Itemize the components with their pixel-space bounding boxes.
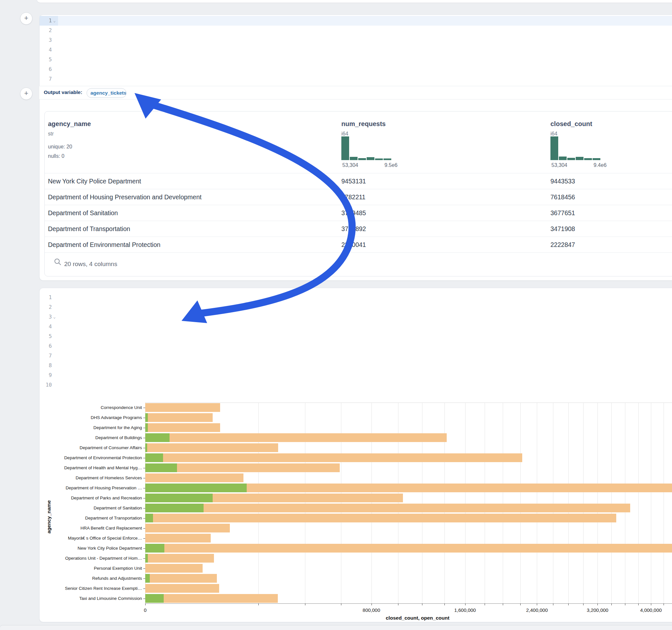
line-number: 3 [40, 35, 58, 45]
column-histogram [550, 137, 600, 160]
histogram-bar [576, 157, 583, 160]
dataframe-preview: agency_namestrunique: 20nulls: 0num_requ… [44, 111, 672, 276]
code-line[interactable]: 7 [40, 74, 672, 84]
cell-num-requests: 7782211 [341, 189, 365, 205]
cell-agency-name: Department of Environmental Protection [48, 237, 161, 253]
row-column-count: 20 rows, 4 columns [64, 261, 117, 268]
output-variable-pill[interactable]: agency_tickets [87, 88, 126, 98]
histogram-bar [567, 158, 575, 160]
histogram-bar [593, 158, 600, 160]
histogram-bar [584, 158, 592, 160]
code-line[interactable]: 6 [40, 341, 672, 351]
column-type: i64 [341, 131, 348, 137]
cell-closed-count: 2222847 [550, 237, 575, 253]
line-number: 8 [40, 361, 58, 370]
table-row[interactable]: Department of Transportation377489234719… [45, 221, 672, 237]
line-number: 4 [40, 45, 58, 55]
column-type: i64 [550, 131, 557, 137]
code-line[interactable]: 7 [40, 351, 672, 361]
fold-chevron-icon[interactable]: ⌄ [52, 16, 57, 26]
code-line[interactable]: 2 [40, 26, 672, 35]
table-row[interactable]: Department of Housing Preservation and D… [45, 189, 672, 205]
histogram-max-label: 9.5e6 [384, 162, 398, 168]
code-line[interactable]: 9 [40, 370, 672, 380]
column-header[interactable]: closed_count [550, 120, 592, 128]
cell-closed-count: 3471908 [550, 221, 575, 237]
previous-cell-bottom-edge [37, 0, 672, 3]
code-line[interactable]: 1⌄ [40, 16, 672, 26]
histogram-bar [383, 159, 391, 160]
line-number: 4 [40, 322, 58, 332]
histogram-min-label: 53,304 [551, 162, 567, 168]
code-line[interactable]: 5 [40, 55, 672, 65]
dataframe-footer: 20 rows, 4 columns [45, 252, 672, 276]
next-cell-top-edge [0, 626, 672, 630]
cell-num-requests: 3749485 [341, 205, 366, 221]
histogram-bar [559, 156, 567, 160]
search-icon[interactable] [54, 258, 62, 266]
histogram-max-label: 9.4e6 [594, 162, 606, 168]
line-number: 7 [40, 351, 58, 361]
sql-code-editor[interactable]: 1⌄234567 [40, 16, 672, 84]
column-header[interactable]: num_requests [341, 120, 386, 128]
cell-agency-name: Department of Housing Preservation and D… [48, 189, 201, 205]
histogram-bar [341, 137, 349, 160]
histogram-bar [550, 137, 558, 160]
column-stat: nulls: 0 [48, 153, 65, 159]
line-number: 3⌄ [40, 312, 58, 322]
line-number: 9 [40, 370, 58, 380]
python-cell-card: 123⌄45678910 [39, 288, 672, 622]
cell-num-requests: 9453131 [341, 173, 366, 189]
code-line[interactable]: 4 [40, 322, 672, 332]
add-cell-button-top[interactable]: + [20, 12, 32, 25]
line-number: 6 [40, 341, 58, 351]
cell-agency-name: Department of Sanitation [48, 205, 118, 221]
code-line[interactable]: 1 [40, 293, 672, 302]
table-row[interactable]: Department of Environmental Protection22… [45, 237, 672, 252]
code-line[interactable]: 3⌄ [40, 312, 672, 322]
cell-num-requests: 3774892 [341, 221, 366, 237]
cell-agency-name: New York City Police Department [48, 173, 141, 189]
line-number: 7 [40, 74, 58, 84]
histogram-bar [358, 158, 366, 160]
column-histogram [341, 137, 391, 160]
code-line[interactable]: 2 [40, 302, 672, 312]
line-number: 1⌄ [40, 16, 58, 26]
cell-closed-count: 3677651 [550, 205, 575, 221]
cell-agency-name: Department of Transportation [48, 221, 130, 237]
code-line[interactable]: 10 [40, 380, 672, 390]
code-line[interactable]: 3 [40, 35, 672, 45]
line-number: 6 [40, 65, 58, 74]
column-stat: unique: 20 [48, 144, 72, 150]
output-variable-label: Output variable: [44, 90, 82, 95]
line-number: 10 [40, 380, 58, 390]
table-row[interactable]: Department of Sanitation37494853677651 [45, 205, 672, 221]
line-number: 5 [40, 55, 58, 65]
histogram-min-label: 53,304 [342, 162, 358, 168]
python-code-editor[interactable]: 123⌄45678910 [40, 293, 672, 390]
code-line[interactable]: 5 [40, 332, 672, 341]
table-row[interactable]: New York City Police Department945313194… [45, 173, 672, 189]
histogram-bar [375, 159, 383, 160]
column-type: str [48, 131, 54, 137]
histogram-bar [367, 157, 375, 160]
cell-closed-count: 7618456 [550, 189, 575, 205]
code-line[interactable]: 6 [40, 65, 672, 74]
cell-num-requests: 2240041 [341, 237, 366, 253]
cell-closed-count: 9443533 [550, 173, 575, 189]
histogram-bar [350, 157, 358, 160]
fold-chevron-icon[interactable]: ⌄ [52, 312, 57, 322]
line-number: 5 [40, 332, 58, 341]
column-header[interactable]: agency_name [48, 120, 91, 128]
line-number: 1 [40, 293, 58, 302]
line-number: 2 [40, 26, 58, 35]
add-cell-button-middle[interactable]: + [20, 88, 32, 100]
code-line[interactable]: 4 [40, 45, 672, 55]
code-line[interactable]: 8 [40, 361, 672, 370]
output-variable-row: Output variable: agency_tickets [39, 86, 672, 99]
line-number: 2 [40, 302, 58, 312]
